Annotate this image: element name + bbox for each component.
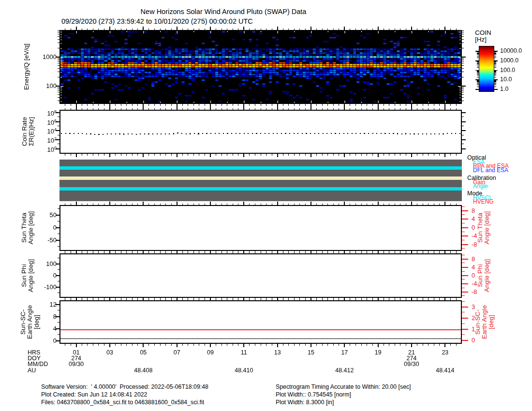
x-tick: [322, 204, 323, 206]
x-tick: [249, 108, 250, 110]
data-point: [260, 133, 261, 134]
x-tick: [137, 344, 138, 346]
x-tick: [205, 299, 205, 301]
colorbar-minor-tick: [477, 58, 479, 58]
x-tick: [222, 29, 222, 30]
x-tick: [339, 108, 339, 110]
x-tick: [210, 297, 211, 300]
x-tick: [288, 104, 289, 106]
x-tick: [71, 252, 71, 254]
x-tick: [249, 29, 250, 30]
x-tick: [316, 108, 317, 110]
x-tick: [395, 154, 395, 156]
colorbar-minor-tick: [477, 74, 479, 74]
colorbar-minor-tick: [494, 53, 496, 53]
data-point: [107, 133, 108, 134]
x-tick: [222, 299, 222, 301]
x-tick: [389, 104, 389, 106]
x-tick: [277, 344, 278, 347]
data-point: [161, 133, 162, 134]
colorbar-minor-tick: [477, 53, 479, 53]
sun-theta-panel: [59, 205, 462, 251]
data-point: [381, 133, 382, 134]
colorbar-minor-tick: [477, 66, 479, 66]
x-tick: [450, 204, 451, 206]
colorbar-minor-tick: [477, 54, 479, 54]
data-point: [132, 133, 133, 134]
sun-sc-earth-right-axis-label-line: [deg]: [488, 250, 495, 395]
x-tick: [339, 299, 339, 301]
x-tick: [216, 299, 216, 301]
x-tick: [428, 299, 429, 301]
x-tick: [137, 104, 138, 106]
y-tick: [462, 39, 464, 40]
colorbar-minor-tick: [477, 53, 479, 54]
x-tick: [406, 29, 406, 30]
y-tick: [462, 323, 465, 324]
x-tick: [143, 344, 144, 347]
x-tick: [389, 299, 389, 301]
x-tick: [243, 344, 244, 347]
x-tick: [82, 29, 82, 30]
data-point: [439, 133, 440, 134]
x-tick: [350, 104, 350, 106]
x-tick: [171, 104, 172, 106]
x-tick: [423, 154, 423, 156]
x-tick: [121, 344, 121, 346]
x-tick: [456, 204, 457, 206]
x-tick: [406, 252, 406, 254]
x-tick: [87, 108, 88, 110]
x-tick: [171, 108, 172, 110]
data-point: [252, 133, 253, 134]
spectrogram-panel: [59, 30, 462, 104]
x-tick: [367, 344, 367, 346]
x-tick: [188, 204, 188, 206]
colorbar-minor-tick: [477, 82, 479, 82]
sun-sc-earth-y-axis-label-line: Sun-SC-: [20, 250, 27, 395]
x-tick: [188, 252, 188, 254]
x-tick: [65, 108, 65, 110]
x-tick: [115, 299, 116, 301]
x-tick: [350, 204, 350, 206]
x-tick: [132, 104, 133, 106]
y-tick: [462, 292, 468, 293]
x-tick: [255, 104, 255, 106]
x-tick: [367, 29, 367, 30]
x-tick: [115, 108, 116, 110]
coin-rate-panel: [59, 110, 462, 154]
x-tick: [372, 252, 373, 254]
x-tick: [109, 250, 110, 253]
y-tick: [462, 63, 464, 63]
x-tick: [222, 344, 222, 346]
y-tick: [58, 77, 59, 77]
x-tick: [456, 252, 457, 254]
y-tick: [462, 275, 468, 276]
x-tick: [434, 252, 434, 254]
x-tick: [261, 108, 261, 110]
data-point: [347, 133, 348, 134]
y-tick: [58, 101, 59, 101]
x-tick: [288, 154, 289, 156]
y-tick: [58, 246, 59, 247]
x-tick: [411, 344, 412, 347]
y-tick: [462, 92, 464, 92]
data-point: [103, 134, 103, 135]
x-tick: [316, 344, 317, 346]
x-tick: [411, 250, 412, 253]
x-tick: [82, 344, 82, 346]
hour-label: 13: [263, 350, 292, 356]
x-tick: [417, 154, 417, 156]
x-tick: [82, 154, 82, 156]
x-tick: [294, 252, 295, 254]
x-tick: [182, 344, 183, 346]
x-tick: [417, 204, 417, 206]
x-tick: [261, 104, 261, 106]
x-tick: [428, 29, 429, 30]
x-tick: [132, 344, 133, 346]
x-tick: [255, 299, 255, 301]
y-tick: [462, 267, 468, 268]
x-tick: [137, 204, 138, 206]
x-tick: [82, 108, 82, 110]
x-tick: [406, 299, 406, 301]
x-tick: [171, 154, 172, 156]
